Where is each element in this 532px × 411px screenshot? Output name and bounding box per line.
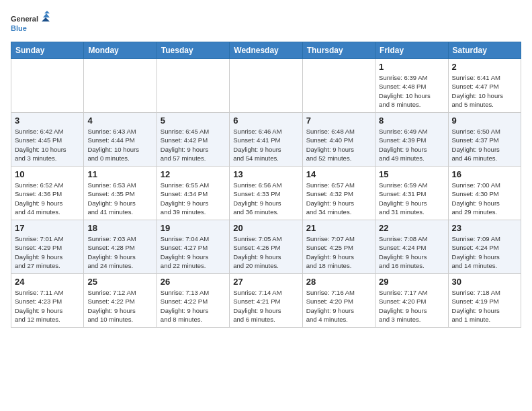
calendar-cell: 7Sunrise: 6:48 AMSunset: 4:40 PMDaylight… <box>302 113 375 167</box>
calendar-cell: 29Sunrise: 7:17 AMSunset: 4:20 PMDayligh… <box>375 274 448 328</box>
calendar-cell: 11Sunrise: 6:53 AMSunset: 4:35 PMDayligh… <box>84 167 157 220</box>
day-info: Sunrise: 6:55 AMSunset: 4:34 PMDaylight:… <box>161 181 226 216</box>
day-number: 16 <box>452 169 517 179</box>
calendar-cell: 23Sunrise: 7:09 AMSunset: 4:24 PMDayligh… <box>448 220 521 274</box>
svg-text:Blue: Blue <box>11 24 27 32</box>
calendar-week-2: 3Sunrise: 6:42 AMSunset: 4:45 PMDaylight… <box>11 113 521 167</box>
day-info: Sunrise: 6:45 AMSunset: 4:42 PMDaylight:… <box>161 127 226 163</box>
calendar-cell: 3Sunrise: 6:42 AMSunset: 4:45 PMDaylight… <box>11 113 84 167</box>
day-number: 20 <box>233 223 298 233</box>
day-info: Sunrise: 6:39 AMSunset: 4:48 PMDaylight:… <box>379 73 444 109</box>
logo-svg: General Blue <box>11 11 51 35</box>
calendar-cell: 26Sunrise: 7:13 AMSunset: 4:22 PMDayligh… <box>157 274 229 328</box>
svg-text:General: General <box>11 15 38 23</box>
calendar-cell: 18Sunrise: 7:03 AMSunset: 4:28 PMDayligh… <box>84 220 157 274</box>
day-info: Sunrise: 7:01 AMSunset: 4:29 PMDaylight:… <box>15 234 80 270</box>
calendar-cell: 8Sunrise: 6:49 AMSunset: 4:39 PMDaylight… <box>375 113 448 167</box>
day-header-friday: Friday <box>375 42 448 59</box>
day-info: Sunrise: 6:52 AMSunset: 4:36 PMDaylight:… <box>15 181 80 216</box>
day-info: Sunrise: 6:56 AMSunset: 4:33 PMDaylight:… <box>233 181 298 216</box>
day-number: 21 <box>306 223 371 233</box>
calendar-cell: 22Sunrise: 7:08 AMSunset: 4:24 PMDayligh… <box>375 220 448 274</box>
day-info: Sunrise: 6:50 AMSunset: 4:37 PMDaylight:… <box>452 127 517 163</box>
day-number: 9 <box>452 116 517 126</box>
day-info: Sunrise: 7:14 AMSunset: 4:21 PMDaylight:… <box>233 288 298 324</box>
calendar-cell: 1Sunrise: 6:39 AMSunset: 4:48 PMDaylight… <box>375 59 448 113</box>
calendar-cell: 4Sunrise: 6:43 AMSunset: 4:44 PMDaylight… <box>84 113 157 167</box>
day-number: 14 <box>306 169 371 179</box>
day-number: 19 <box>161 223 226 233</box>
day-info: Sunrise: 6:43 AMSunset: 4:44 PMDaylight:… <box>87 127 152 163</box>
calendar-cell: 2Sunrise: 6:41 AMSunset: 4:47 PMDaylight… <box>448 59 521 113</box>
day-number: 4 <box>87 116 152 126</box>
day-info: Sunrise: 6:59 AMSunset: 4:31 PMDaylight:… <box>379 181 444 216</box>
day-number: 15 <box>379 169 444 179</box>
day-info: Sunrise: 6:57 AMSunset: 4:32 PMDaylight:… <box>306 181 371 216</box>
day-header-wednesday: Wednesday <box>230 42 302 59</box>
day-number: 5 <box>161 116 226 126</box>
calendar-cell: 24Sunrise: 7:11 AMSunset: 4:23 PMDayligh… <box>11 274 84 328</box>
calendar-cell: 30Sunrise: 7:18 AMSunset: 4:19 PMDayligh… <box>448 274 521 328</box>
calendar-cell <box>157 59 229 113</box>
day-number: 18 <box>87 223 152 233</box>
svg-marker-3 <box>43 13 50 17</box>
day-info: Sunrise: 7:08 AMSunset: 4:24 PMDaylight:… <box>379 234 444 270</box>
calendar-cell: 15Sunrise: 6:59 AMSunset: 4:31 PMDayligh… <box>375 167 448 220</box>
day-number: 6 <box>233 116 298 126</box>
day-info: Sunrise: 6:53 AMSunset: 4:35 PMDaylight:… <box>87 181 152 216</box>
day-number: 28 <box>306 277 371 287</box>
day-number: 17 <box>15 223 80 233</box>
calendar-cell <box>302 59 375 113</box>
day-header-monday: Monday <box>84 42 157 59</box>
day-number: 23 <box>452 223 517 233</box>
calendar-cell: 9Sunrise: 6:50 AMSunset: 4:37 PMDaylight… <box>448 113 521 167</box>
day-number: 26 <box>161 277 226 287</box>
day-info: Sunrise: 7:12 AMSunset: 4:22 PMDaylight:… <box>87 288 152 324</box>
calendar-cell: 12Sunrise: 6:55 AMSunset: 4:34 PMDayligh… <box>157 167 229 220</box>
svg-marker-2 <box>44 11 50 13</box>
calendar-cell: 5Sunrise: 6:45 AMSunset: 4:42 PMDaylight… <box>157 113 229 167</box>
calendar-week-1: 1Sunrise: 6:39 AMSunset: 4:48 PMDaylight… <box>11 59 521 113</box>
logo: General Blue <box>11 11 51 35</box>
calendar-cell: 27Sunrise: 7:14 AMSunset: 4:21 PMDayligh… <box>230 274 302 328</box>
header-row: SundayMondayTuesdayWednesdayThursdayFrid… <box>11 42 521 59</box>
calendar-cell: 20Sunrise: 7:05 AMSunset: 4:26 PMDayligh… <box>230 220 302 274</box>
day-info: Sunrise: 6:46 AMSunset: 4:41 PMDaylight:… <box>233 127 298 163</box>
day-number: 2 <box>452 62 517 72</box>
day-info: Sunrise: 7:17 AMSunset: 4:20 PMDaylight:… <box>379 288 444 324</box>
day-number: 22 <box>379 223 444 233</box>
day-info: Sunrise: 6:41 AMSunset: 4:47 PMDaylight:… <box>452 73 517 109</box>
day-info: Sunrise: 7:16 AMSunset: 4:20 PMDaylight:… <box>306 288 371 324</box>
calendar-cell: 10Sunrise: 6:52 AMSunset: 4:36 PMDayligh… <box>11 167 84 220</box>
day-number: 12 <box>161 169 226 179</box>
calendar-cell: 16Sunrise: 7:00 AMSunset: 4:30 PMDayligh… <box>448 167 521 220</box>
day-info: Sunrise: 7:00 AMSunset: 4:30 PMDaylight:… <box>452 181 517 216</box>
calendar-cell: 17Sunrise: 7:01 AMSunset: 4:29 PMDayligh… <box>11 220 84 274</box>
day-info: Sunrise: 7:03 AMSunset: 4:28 PMDaylight:… <box>87 234 152 270</box>
calendar-cell: 25Sunrise: 7:12 AMSunset: 4:22 PMDayligh… <box>84 274 157 328</box>
day-info: Sunrise: 7:13 AMSunset: 4:22 PMDaylight:… <box>161 288 226 324</box>
day-number: 8 <box>379 116 444 126</box>
day-number: 11 <box>87 169 152 179</box>
calendar-cell: 28Sunrise: 7:16 AMSunset: 4:20 PMDayligh… <box>302 274 375 328</box>
day-number: 29 <box>379 277 444 287</box>
day-number: 30 <box>452 277 517 287</box>
day-header-thursday: Thursday <box>302 42 375 59</box>
calendar-week-3: 10Sunrise: 6:52 AMSunset: 4:36 PMDayligh… <box>11 167 521 220</box>
day-number: 1 <box>379 62 444 72</box>
page-header: General Blue <box>11 11 521 35</box>
calendar-week-5: 24Sunrise: 7:11 AMSunset: 4:23 PMDayligh… <box>11 274 521 328</box>
day-info: Sunrise: 7:04 AMSunset: 4:27 PMDaylight:… <box>161 234 226 270</box>
day-number: 27 <box>233 277 298 287</box>
day-info: Sunrise: 6:49 AMSunset: 4:39 PMDaylight:… <box>379 127 444 163</box>
day-number: 3 <box>15 116 80 126</box>
day-header-tuesday: Tuesday <box>157 42 229 59</box>
day-header-sunday: Sunday <box>11 42 84 59</box>
calendar-cell: 6Sunrise: 6:46 AMSunset: 4:41 PMDaylight… <box>230 113 302 167</box>
day-info: Sunrise: 7:05 AMSunset: 4:26 PMDaylight:… <box>233 234 298 270</box>
calendar-week-4: 17Sunrise: 7:01 AMSunset: 4:29 PMDayligh… <box>11 220 521 274</box>
day-info: Sunrise: 6:48 AMSunset: 4:40 PMDaylight:… <box>306 127 371 163</box>
calendar-cell <box>84 59 157 113</box>
day-info: Sunrise: 7:18 AMSunset: 4:19 PMDaylight:… <box>452 288 517 324</box>
day-number: 24 <box>15 277 80 287</box>
